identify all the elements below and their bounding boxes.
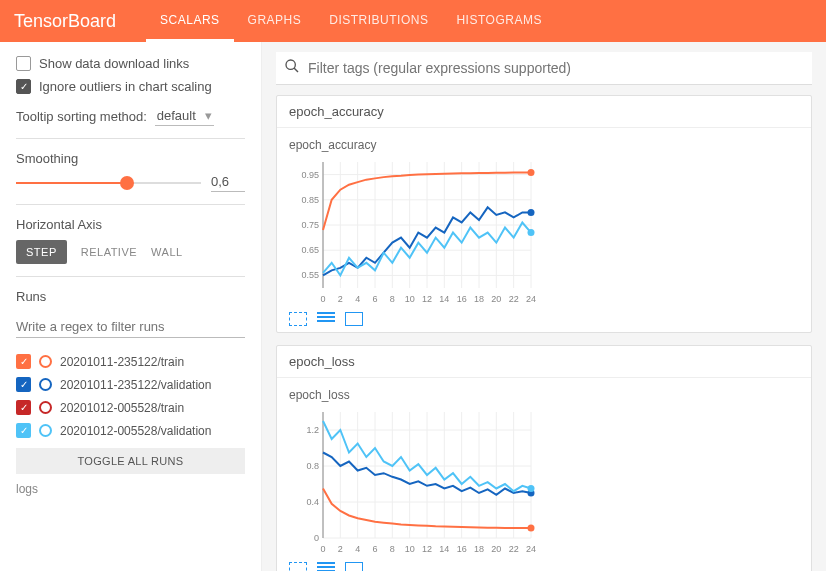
svg-text:8: 8 [390, 544, 395, 554]
app-header: TensorBoard SCALARSGRAPHSDISTRIBUTIONSHI… [0, 0, 826, 42]
runs-filter-input[interactable] [16, 316, 245, 338]
fit-icon[interactable] [345, 562, 363, 571]
chart-title: epoch_loss [289, 388, 799, 402]
run-checkbox-2[interactable] [16, 400, 31, 415]
chart-epoch_accuracy[interactable]: 0246810121416182022240.550.650.750.850.9… [289, 156, 799, 306]
svg-text:10: 10 [405, 544, 415, 554]
svg-point-79 [528, 485, 535, 492]
run-name-3: 20201012-005528/validation [60, 424, 211, 438]
svg-text:4: 4 [355, 294, 360, 304]
sidebar: Show data download links Ignore outliers… [0, 42, 262, 571]
ignore-outliers-label: Ignore outliers in chart scaling [39, 79, 212, 94]
runs-label: Runs [16, 289, 245, 304]
svg-text:14: 14 [439, 294, 449, 304]
run-swatch-0 [39, 355, 52, 368]
svg-text:22: 22 [509, 544, 519, 554]
svg-text:2: 2 [338, 294, 343, 304]
smoothing-slider[interactable] [16, 182, 201, 184]
haxis-label: Horizontal Axis [16, 217, 245, 232]
haxis-wall[interactable]: WALL [151, 246, 183, 258]
tab-graphs[interactable]: GRAPHS [234, 0, 316, 42]
svg-text:24: 24 [526, 294, 536, 304]
svg-text:0: 0 [320, 294, 325, 304]
smoothing-value[interactable]: 0,6 [211, 174, 245, 192]
svg-text:16: 16 [457, 544, 467, 554]
logs-label: logs [16, 482, 245, 496]
panel-epoch_accuracy: epoch_accuracy epoch_accuracy 0246810121… [276, 95, 812, 333]
panel-header[interactable]: epoch_loss [277, 346, 811, 378]
tab-distributions[interactable]: DISTRIBUTIONS [315, 0, 442, 42]
svg-text:0.95: 0.95 [301, 170, 319, 180]
svg-text:2: 2 [338, 544, 343, 554]
tag-search-input[interactable] [308, 60, 804, 76]
search-icon [284, 58, 300, 78]
svg-text:18: 18 [474, 294, 484, 304]
svg-text:24: 24 [526, 544, 536, 554]
svg-text:0.75: 0.75 [301, 220, 319, 230]
tab-scalars[interactable]: SCALARS [146, 0, 234, 42]
tag-search [276, 52, 812, 85]
list-icon[interactable] [317, 562, 335, 571]
run-checkbox-3[interactable] [16, 423, 31, 438]
svg-text:16: 16 [457, 294, 467, 304]
fit-icon[interactable] [345, 312, 363, 326]
tooltip-sort-label: Tooltip sorting method: [16, 109, 147, 124]
svg-text:20: 20 [491, 294, 501, 304]
svg-text:0: 0 [314, 533, 319, 543]
svg-text:12: 12 [422, 294, 432, 304]
svg-text:6: 6 [372, 294, 377, 304]
run-name-0: 20201011-235122/train [60, 355, 184, 369]
panel-header[interactable]: epoch_accuracy [277, 96, 811, 128]
app-logo: TensorBoard [14, 11, 116, 32]
svg-text:22: 22 [509, 294, 519, 304]
haxis-relative[interactable]: RELATIVE [81, 246, 137, 258]
nav-tabs: SCALARSGRAPHSDISTRIBUTIONSHISTOGRAMS [146, 0, 556, 42]
run-swatch-3 [39, 424, 52, 437]
svg-text:18: 18 [474, 544, 484, 554]
smoothing-label: Smoothing [16, 151, 245, 166]
run-checkbox-0[interactable] [16, 354, 31, 369]
svg-text:4: 4 [355, 544, 360, 554]
run-swatch-2 [39, 401, 52, 414]
svg-text:6: 6 [372, 544, 377, 554]
svg-text:0.65: 0.65 [301, 245, 319, 255]
tooltip-sort-select[interactable]: default [155, 106, 214, 126]
run-name-1: 20201011-235122/validation [60, 378, 211, 392]
run-name-2: 20201012-005528/train [60, 401, 184, 415]
download-links-checkbox[interactable] [16, 56, 31, 71]
content-area: epoch_accuracy epoch_accuracy 0246810121… [262, 42, 826, 571]
run-checkbox-1[interactable] [16, 377, 31, 392]
svg-point-77 [528, 525, 535, 532]
svg-text:14: 14 [439, 544, 449, 554]
panel-epoch_loss: epoch_loss epoch_loss 024681012141618202… [276, 345, 812, 571]
svg-text:0.4: 0.4 [306, 497, 319, 507]
expand-icon[interactable] [289, 312, 307, 326]
chart-title: epoch_accuracy [289, 138, 799, 152]
svg-text:0: 0 [320, 544, 325, 554]
list-icon[interactable] [317, 312, 335, 326]
haxis-step[interactable]: STEP [16, 240, 67, 264]
svg-line-1 [294, 68, 298, 72]
download-links-label: Show data download links [39, 56, 189, 71]
svg-point-39 [528, 169, 535, 176]
svg-text:0.85: 0.85 [301, 195, 319, 205]
expand-icon[interactable] [289, 562, 307, 571]
svg-text:12: 12 [422, 544, 432, 554]
svg-text:10: 10 [405, 294, 415, 304]
svg-text:0.55: 0.55 [301, 270, 319, 280]
svg-text:8: 8 [390, 294, 395, 304]
tab-histograms[interactable]: HISTOGRAMS [442, 0, 555, 42]
ignore-outliers-checkbox[interactable] [16, 79, 31, 94]
svg-point-40 [528, 209, 535, 216]
svg-text:0.8: 0.8 [306, 461, 319, 471]
svg-text:1.2: 1.2 [306, 425, 319, 435]
svg-point-41 [528, 229, 535, 236]
toggle-all-runs-button[interactable]: TOGGLE ALL RUNS [16, 448, 245, 474]
svg-text:20: 20 [491, 544, 501, 554]
run-swatch-1 [39, 378, 52, 391]
svg-point-0 [286, 60, 295, 69]
chart-epoch_loss[interactable]: 02468101214161820222400.40.81.2 [289, 406, 799, 556]
